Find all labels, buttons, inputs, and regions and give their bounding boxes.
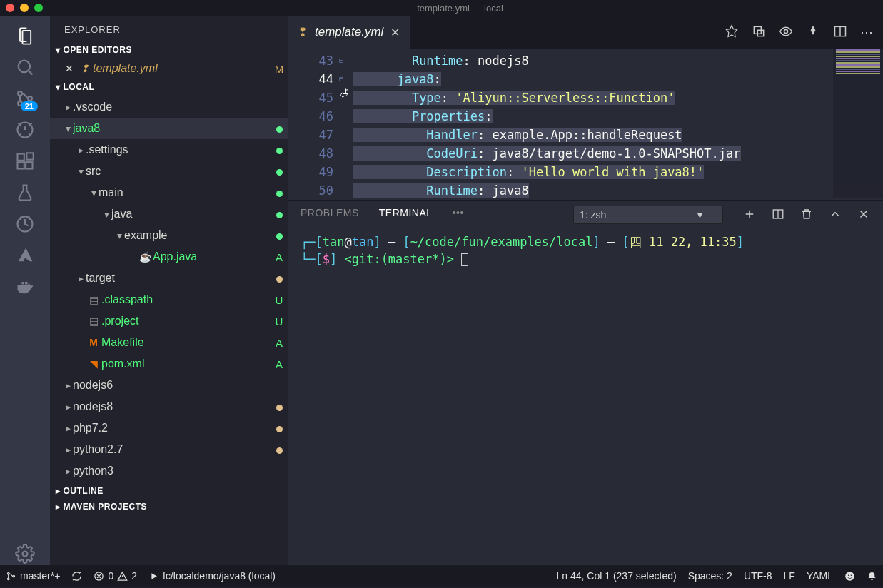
chevron-icon: ▾ bbox=[76, 166, 86, 177]
terminal-cursor bbox=[461, 253, 468, 266]
settings-gear-icon[interactable] bbox=[14, 542, 36, 565]
yaml-icon: ❢ bbox=[77, 63, 93, 74]
git-status-indicator bbox=[271, 230, 288, 242]
minimize-window-button[interactable] bbox=[20, 4, 29, 12]
tree-item[interactable]: ▸nodejs6 bbox=[50, 375, 288, 396]
notifications-icon[interactable] bbox=[867, 571, 877, 582]
terminal-output[interactable]: ┌─[tan@tan] – [~/code/fun/examples/local… bbox=[288, 229, 883, 272]
git-status-indicator bbox=[271, 208, 288, 220]
close-panel-icon[interactable] bbox=[857, 208, 870, 223]
close-icon[interactable]: ✕ bbox=[61, 63, 77, 74]
bottom-panel: PROBLEMS TERMINAL ••• 1: zsh ▾ bbox=[288, 200, 883, 557]
yaml-icon: ❢ bbox=[298, 25, 308, 40]
tree-item[interactable]: ▸target bbox=[50, 268, 288, 289]
open-editors-section[interactable]: ▾ OPEN EDITORS bbox=[50, 42, 288, 58]
maven-section[interactable]: ▸ MAVEN PROJECTS bbox=[50, 499, 288, 514]
tree-item-label: .project bbox=[101, 315, 271, 328]
svg-rect-12 bbox=[757, 30, 763, 36]
code-editor[interactable]: 4344454647484950 ⊟ ⊟ Runtime: nodejs8 ja… bbox=[288, 49, 883, 200]
chevron-icon: ▸ bbox=[63, 422, 73, 434]
feedback-icon[interactable] bbox=[844, 571, 855, 582]
git-branch-status[interactable]: master*+ bbox=[6, 570, 60, 582]
problems-status[interactable]: 0 2 bbox=[94, 570, 137, 582]
azure-icon[interactable] bbox=[14, 244, 36, 267]
svg-rect-5 bbox=[18, 154, 24, 161]
tab-terminal[interactable]: TERMINAL bbox=[379, 207, 433, 223]
scm-icon[interactable]: 21 bbox=[14, 87, 36, 110]
git-status-indicator bbox=[271, 273, 288, 285]
new-terminal-icon[interactable] bbox=[743, 208, 756, 223]
workspace-section[interactable]: ▾ LOCAL bbox=[50, 79, 288, 95]
tree-item[interactable]: ▾java8 bbox=[50, 118, 288, 139]
tree-item[interactable]: ◥pom.xmlA bbox=[50, 353, 288, 375]
tree-item[interactable]: ▾main bbox=[50, 182, 288, 203]
debug-icon[interactable] bbox=[14, 118, 36, 141]
git-activity-icon[interactable] bbox=[14, 213, 36, 235]
split-editor-icon[interactable] bbox=[833, 24, 847, 41]
action-icon[interactable] bbox=[806, 24, 820, 41]
tree-item[interactable]: ☕App.javaA bbox=[50, 246, 288, 268]
svg-point-16 bbox=[8, 572, 10, 574]
tree-item-label: php7.2 bbox=[73, 422, 271, 435]
git-status-indicator: U bbox=[271, 315, 288, 328]
git-status-indicator bbox=[271, 422, 288, 435]
tree-item[interactable]: ▸nodejs8 bbox=[50, 396, 288, 417]
tree-item[interactable]: ▤.projectU bbox=[50, 310, 288, 332]
open-editor-item[interactable]: ✕ ❢ template.yml M bbox=[50, 58, 288, 79]
more-icon[interactable]: ••• bbox=[453, 207, 464, 223]
more-icon[interactable]: ⋯ bbox=[860, 24, 873, 40]
action-icon[interactable] bbox=[752, 24, 766, 41]
tree-item[interactable]: ▸python3 bbox=[50, 460, 288, 482]
maximize-window-button[interactable] bbox=[34, 4, 43, 12]
chevron-icon: ▾ bbox=[89, 187, 99, 198]
outline-section[interactable]: ▸ OUTLINE bbox=[50, 483, 288, 499]
tree-item-label: nodejs6 bbox=[73, 379, 271, 392]
tree-item[interactable]: ▾src bbox=[50, 161, 288, 182]
eol-status[interactable]: LF bbox=[784, 570, 795, 582]
chevron-right-icon: ▸ bbox=[56, 486, 61, 496]
svg-point-21 bbox=[848, 574, 849, 576]
tree-item[interactable]: ▤.classpathU bbox=[50, 289, 288, 310]
launch-config-status[interactable]: fc/localdemo/java8 (local) bbox=[148, 570, 276, 582]
terminal-selector[interactable]: 1: zsh ▾ bbox=[573, 206, 723, 224]
tree-item[interactable]: ▾example bbox=[50, 225, 288, 246]
split-terminal-icon[interactable] bbox=[772, 208, 784, 223]
tab-problems[interactable]: PROBLEMS bbox=[301, 207, 359, 223]
reveal-icon[interactable] bbox=[779, 24, 793, 41]
tree-item[interactable]: ▸python2.7 bbox=[50, 439, 288, 460]
close-window-button[interactable] bbox=[6, 4, 14, 12]
docker-icon[interactable] bbox=[14, 275, 36, 298]
close-tab-icon[interactable]: ✕ bbox=[390, 26, 400, 39]
minimap[interactable] bbox=[833, 49, 883, 198]
tree-item[interactable]: MMakefileA bbox=[50, 332, 288, 353]
maximize-panel-icon[interactable] bbox=[829, 208, 842, 223]
explorer-icon[interactable] bbox=[14, 24, 36, 47]
chevron-icon: ▾ bbox=[114, 230, 124, 241]
language-status[interactable]: YAML bbox=[807, 570, 833, 582]
tab-filename: template.yml bbox=[315, 25, 383, 39]
makefile-icon: M bbox=[86, 337, 101, 348]
search-icon[interactable] bbox=[14, 56, 36, 78]
editor-tab[interactable]: ❢ template.yml ✕ bbox=[288, 16, 410, 49]
scm-badge: 21 bbox=[21, 101, 38, 111]
git-status-indicator bbox=[271, 187, 288, 199]
tree-item-label: .settings bbox=[86, 143, 271, 156]
window-controls bbox=[6, 4, 43, 12]
sync-status[interactable] bbox=[71, 571, 82, 582]
action-icon[interactable] bbox=[725, 24, 739, 41]
tree-item[interactable]: ▸php7.2 bbox=[50, 417, 288, 439]
file-icon: ▤ bbox=[86, 315, 101, 327]
indentation-status[interactable]: Spaces: 2 bbox=[688, 570, 732, 582]
test-icon[interactable] bbox=[14, 181, 36, 204]
tree-item[interactable]: ▾java bbox=[50, 203, 288, 225]
kill-terminal-icon[interactable] bbox=[800, 208, 813, 223]
tree-item-label: .vscode bbox=[73, 101, 271, 113]
tree-item[interactable]: ▸.settings bbox=[50, 139, 288, 161]
tree-item-label: nodejs8 bbox=[73, 400, 271, 413]
svg-point-1 bbox=[18, 91, 22, 96]
cursor-position-status[interactable]: Ln 44, Col 1 (237 selected) bbox=[557, 570, 677, 582]
tree-item[interactable]: ▸.vscode bbox=[50, 96, 288, 118]
svg-point-10 bbox=[23, 552, 28, 557]
encoding-status[interactable]: UTF-8 bbox=[744, 570, 772, 582]
extensions-icon[interactable] bbox=[14, 150, 36, 173]
